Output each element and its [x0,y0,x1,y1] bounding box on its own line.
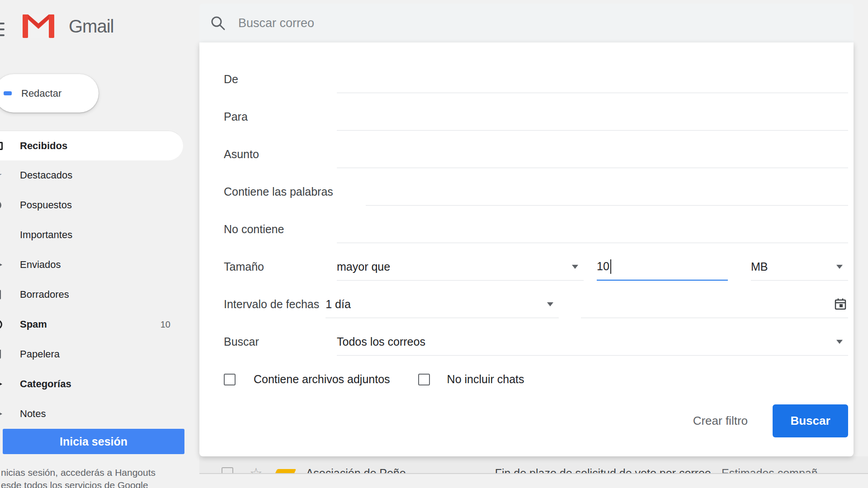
plus-icon [4,91,12,95]
search-icon[interactable] [210,15,226,31]
has-attachment-checkbox[interactable] [224,374,236,385]
sidebar-item-pospuestos[interactable]: Pospuestos [0,190,199,220]
sidebar-item-spam[interactable]: Spam 10 [0,310,199,339]
compose-label: Redactar [21,88,61,99]
has-words-input[interactable] [366,178,848,206]
email-subject: Fin de plazo de solicitud de voto por co… [495,467,711,474]
from-label: De [224,73,337,86]
sidebar-item-notes[interactable]: Notes [0,399,199,429]
filter-row-checkboxes: Contiene archivos adjuntos No incluir ch… [224,361,848,398]
menu-icon[interactable] [0,23,5,40]
dropdown-arrow-icon [836,265,843,269]
has-attachment-label: Contiene archivos adjuntos [254,373,390,386]
not-contains-label: No contiene [224,223,337,236]
sidebar-item-papelera[interactable]: Papelera [0,339,199,369]
search-in-select[interactable]: Todos los correos [337,328,848,356]
size-label: Tamaño [224,260,337,273]
size-value-input[interactable]: 10 [597,253,728,281]
to-label: Para [224,110,337,123]
signin-note: nicias sesión, accederás a Hangouts esde… [1,466,156,488]
send-icon [0,261,2,269]
size-operator-value: mayor que [337,260,390,273]
email-sender: Asociación de Peño. [306,467,495,474]
clock-icon [0,201,1,210]
email-checkbox[interactable] [222,467,233,473]
sidebar-item-enviados[interactable]: Enviados [0,250,199,280]
sidebar-nav: Recibidos ☆ Destacados Pospuestos Import… [0,131,199,429]
email-star-icon[interactable]: ☆ [250,466,263,473]
sidebar-item-categorias[interactable]: Categorías [0,369,199,399]
to-input[interactable] [337,103,848,131]
advanced-search-panel: De Para Asunto Contiene las palabras No … [199,42,854,456]
email-row[interactable]: ☆ Asociación de Peño. Fin de plazo de so… [199,456,868,473]
spam-icon [0,320,2,329]
email-label-tag-icon [273,469,296,473]
filter-row-size: Tamaño mayor que 10 MB [224,248,848,286]
sidebar-item-borradores[interactable]: Borradores [0,280,199,310]
calendar-icon[interactable] [834,297,847,313]
signin-note-line1: nicias sesión, accederás a Hangouts [1,466,156,479]
gmail-logo: Gmail [20,13,113,40]
filter-row-not-contains: No contiene [224,211,848,248]
sidebar: Gmail Redactar Recibidos ☆ Destacados Po… [0,0,199,488]
filter-row-from: De [224,61,848,98]
email-snippet: - Estimados compañ [715,467,818,474]
sidebar-item-recibidos[interactable]: Recibidos [0,131,183,160]
date-range-label: Intervalo de fechas [224,298,319,311]
sidebar-item-importantes[interactable]: Importantes [0,220,199,250]
dropdown-arrow-icon [836,340,843,344]
filter-row-date: Intervalo de fechas 1 día [224,286,848,323]
text-cursor [610,259,611,274]
date-input[interactable] [581,291,848,318]
search-in-label: Buscar [224,335,337,348]
gmail-envelope-icon [20,13,57,40]
inbox-icon [0,142,3,150]
star-icon: ☆ [0,169,2,182]
filter-row-search-in: Buscar Todos los correos [224,323,848,361]
signin-note-line2: esde todos los servicios de Google [1,479,156,488]
subject-label: Asunto [224,148,337,161]
has-words-label: Contiene las palabras [224,185,333,198]
create-filter-button[interactable]: Crear filtro [693,414,748,428]
chevron-right-icon [0,380,2,388]
spam-count-badge: 10 [160,319,170,330]
size-value: 10 [597,260,609,273]
size-operator-select[interactable]: mayor que [337,253,584,281]
filter-row-subject: Asunto [224,136,848,173]
compose-button[interactable]: Redactar [0,74,99,113]
from-input[interactable] [337,66,848,93]
search-input[interactable]: Buscar correo [238,16,314,30]
search-in-value: Todos los correos [337,335,425,348]
exclude-chats-label: No incluir chats [447,373,524,386]
draft-icon [0,290,1,300]
gmail-logo-text: Gmail [69,16,113,37]
filter-row-to: Para [224,98,848,136]
size-unit-value: MB [751,260,768,273]
email-list-strip: ☆ Asociación de Peño. Fin de plazo de so… [199,456,868,473]
list-divider [199,473,868,474]
signin-button[interactable]: Inicia sesión [3,429,184,454]
panel-actions: Crear filtro Buscar [224,398,848,443]
dropdown-arrow-icon [547,302,553,306]
date-range-value: 1 día [326,298,351,311]
size-unit-select[interactable]: MB [751,253,848,281]
subject-input[interactable] [337,141,848,168]
sidebar-item-destacados[interactable]: ☆ Destacados [0,160,199,190]
search-button[interactable]: Buscar [773,404,848,437]
date-range-select[interactable]: 1 día [326,291,559,318]
filter-row-has-words: Contiene las palabras [224,173,848,211]
chevron-right-icon [0,410,2,418]
trash-icon [0,350,1,359]
not-contains-input[interactable] [337,216,848,243]
exclude-chats-checkbox[interactable] [418,374,430,385]
search-bar[interactable]: Buscar correo [199,4,854,42]
dropdown-arrow-icon [572,265,578,269]
